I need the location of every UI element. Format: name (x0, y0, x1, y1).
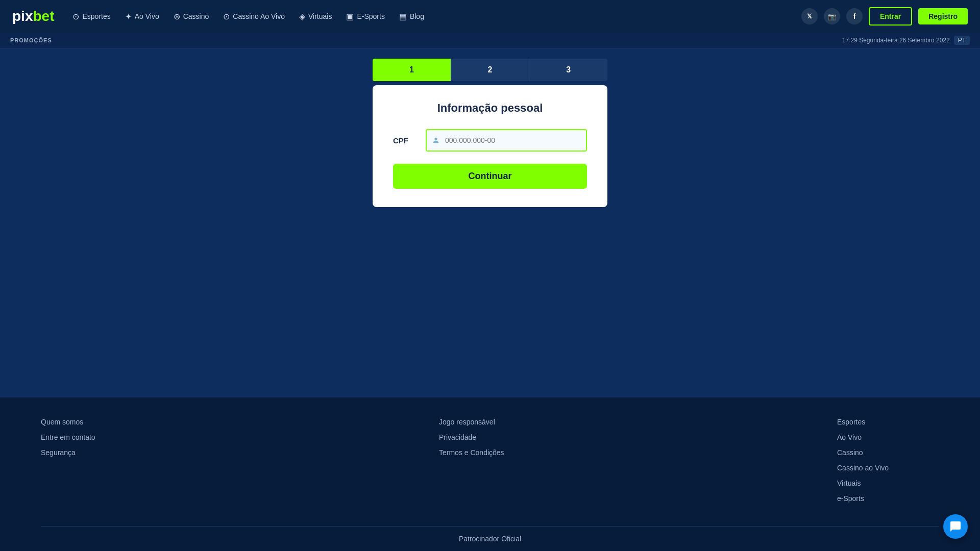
esportes-icon: ⊙ (72, 12, 79, 21)
form-card: Informação pessoal CPF Continuar (373, 85, 607, 207)
cpf-input-wrapper (426, 129, 587, 152)
entrar-button[interactable]: Entrar (869, 7, 912, 26)
footer-bottom: Patrocinador Oficial (41, 526, 939, 551)
twitter-icon[interactable]: 𝕏 (801, 8, 818, 24)
main-content: 1 2 3 Informação pessoal CPF Continuar (0, 48, 980, 397)
footer-link-virtuais[interactable]: Virtuais (837, 479, 939, 487)
cpf-label: CPF (393, 136, 418, 145)
ao-vivo-icon: ✦ (125, 12, 132, 21)
patrocinador-label: Patrocinador Oficial (459, 535, 521, 543)
nav-cassino[interactable]: ⊛ Cassino (167, 9, 215, 24)
footer-col-3: Esportes Ao Vivo Cassino Cassino ao Vivo… (837, 418, 939, 510)
footer-col-2: Jogo responsável Privacidade Termos e Co… (439, 418, 541, 510)
nav-e-sports-label: E-Sports (357, 12, 384, 20)
nav-virtuais-label: Virtuais (308, 12, 332, 20)
main-nav: ⊙ Esportes ✦ Ao Vivo ⊛ Cassino ⊙ Cassino… (66, 9, 797, 24)
footer-link-jogo-responsavel[interactable]: Jogo responsável (439, 418, 541, 426)
footer-link-privacidade[interactable]: Privacidade (439, 433, 541, 441)
nav-esportes-label: Esportes (82, 12, 110, 20)
nav-cassino-ao-vivo[interactable]: ⊙ Cassino Ao Vivo (217, 9, 291, 24)
footer: Quem somos Entre em contato Segurança Jo… (0, 397, 980, 551)
user-icon (427, 130, 445, 151)
nav-esportes[interactable]: ⊙ Esportes (66, 9, 116, 24)
nav-ao-vivo[interactable]: ✦ Ao Vivo (119, 9, 165, 24)
step-3[interactable]: 3 (529, 59, 607, 81)
cpf-input[interactable] (445, 130, 586, 151)
lang-badge[interactable]: PT (954, 36, 970, 45)
logo-bet: bet (33, 8, 54, 24)
logo[interactable]: pixbet (12, 8, 54, 24)
footer-link-quem-somos[interactable]: Quem somos (41, 418, 143, 426)
nav-virtuais[interactable]: ◈ Virtuais (293, 9, 338, 24)
nav-blog-label: Blog (410, 12, 424, 20)
footer-link-ao-vivo[interactable]: Ao Vivo (837, 433, 939, 441)
registro-button[interactable]: Registro (918, 8, 968, 24)
e-sports-icon: ▣ (346, 12, 354, 21)
virtuais-icon: ◈ (299, 12, 305, 21)
footer-link-esportes[interactable]: Esportes (837, 418, 939, 426)
footer-link-e-sports[interactable]: e-Sports (837, 494, 939, 503)
promo-label: PROMOÇÕES (10, 37, 52, 43)
svg-point-0 (434, 138, 437, 140)
header-right: 𝕏 📷 f Entrar Registro (801, 7, 968, 26)
footer-link-seguranca[interactable]: Segurança (41, 448, 143, 457)
datetime-lang: 17:29 Segunda-feira 26 Setembro 2022 PT (842, 36, 970, 45)
steps-container: 1 2 3 (373, 59, 607, 81)
cassino-ao-vivo-icon: ⊙ (223, 12, 230, 21)
step-2[interactable]: 2 (451, 59, 529, 81)
footer-link-cassino-ao-vivo[interactable]: Cassino ao Vivo (837, 464, 939, 472)
blog-icon: ▤ (399, 12, 407, 21)
footer-cols: Quem somos Entre em contato Segurança Jo… (41, 418, 939, 526)
nav-e-sports[interactable]: ▣ E-Sports (340, 9, 390, 24)
logo-pix: pix (12, 8, 33, 24)
nav-ao-vivo-label: Ao Vivo (135, 12, 159, 20)
chat-button[interactable] (943, 514, 968, 539)
form-title: Informação pessoal (393, 102, 587, 115)
nav-cassino-label: Cassino (183, 12, 209, 20)
cpf-row: CPF (393, 129, 587, 152)
footer-col-1: Quem somos Entre em contato Segurança (41, 418, 143, 510)
instagram-icon[interactable]: 📷 (824, 8, 840, 24)
datetime: 17:29 Segunda-feira 26 Setembro 2022 (842, 37, 950, 44)
footer-link-termos[interactable]: Termos e Condições (439, 448, 541, 457)
nav-cassino-ao-vivo-label: Cassino Ao Vivo (233, 12, 285, 20)
continuar-button[interactable]: Continuar (393, 164, 587, 189)
promo-bar: PROMOÇÕES 17:29 Segunda-feira 26 Setembr… (0, 33, 980, 48)
facebook-icon[interactable]: f (846, 8, 863, 24)
footer-link-cassino[interactable]: Cassino (837, 448, 939, 457)
step-1[interactable]: 1 (373, 59, 451, 81)
cassino-icon: ⊛ (174, 12, 180, 21)
nav-blog[interactable]: ▤ Blog (393, 9, 430, 24)
footer-link-contato[interactable]: Entre em contato (41, 433, 143, 441)
